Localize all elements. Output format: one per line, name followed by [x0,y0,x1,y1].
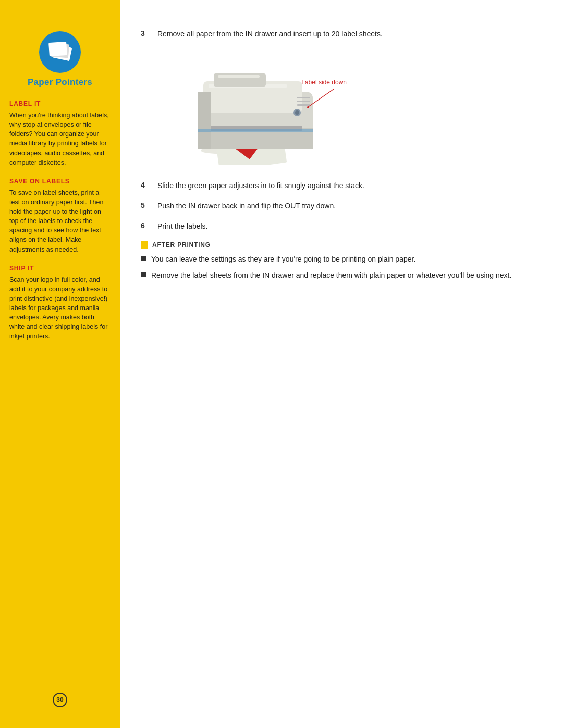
sidebar-section-label-it: Label it When you're thinking about labe… [9,100,111,167]
bullet-square-2 [141,272,146,277]
svg-rect-2 [48,42,67,56]
svg-rect-11 [297,97,310,98]
svg-rect-14 [198,92,211,149]
printer-illustration: Label side down [156,50,349,165]
svg-rect-15 [198,129,313,132]
bullet-text-2: Remove the label sheets from the IN draw… [151,270,511,281]
svg-point-17 [295,110,299,115]
step-6-row: 6 Print the labels. [141,221,537,232]
svg-point-21 [307,106,309,108]
step-4-number: 4 [141,180,152,189]
bullet-item-1: You can leave the settings as they are i… [141,254,537,265]
step-5-number: 5 [141,201,152,209]
section-title-save-on-labels: Save on labels [9,178,111,185]
step-4-text: Slide the green paper adjusters in to fi… [157,180,537,191]
bullet-item-2: Remove the label sheets from the IN draw… [141,270,537,281]
svg-rect-19 [218,75,260,78]
step-6-number: 6 [141,221,152,230]
main-content: 3 Remove all paper from the IN drawer an… [120,0,563,728]
after-printing-header: After Printing [141,241,537,249]
step-5-row: 5 Push the IN drawer back in and flip th… [141,201,537,212]
section-body-save-on-labels: To save on label sheets, print a test on… [9,188,111,254]
after-printing-icon [141,241,148,249]
after-printing-title: After Printing [152,241,211,249]
after-printing-bullets: You can leave the settings as they are i… [141,254,537,281]
step-3-text: Remove all paper from the IN drawer and … [157,29,537,40]
section-title-ship-it: Ship it [9,265,111,272]
logo-icon [45,39,75,66]
sidebar: Paper Pointers Label it When you're thin… [0,0,120,728]
step-4-row: 4 Slide the green paper adjusters in to … [141,180,537,191]
step-3-row: 3 Remove all paper from the IN drawer an… [141,29,537,40]
section-body-label-it: When you're thinking about labels, why s… [9,110,111,167]
logo-area: Paper Pointers [28,31,92,88]
bullet-text-1: You can leave the settings as they are i… [151,254,415,265]
step-5-text: Push the IN drawer back in and flip the … [157,201,537,212]
section-title-label-it: Label it [9,100,111,107]
page-number: 30 [53,693,67,707]
printer-svg [156,50,349,165]
after-printing-section: After Printing You can leave the setting… [141,241,537,281]
logo-title: Paper Pointers [28,77,92,88]
label-callout-text: Label side down [301,79,347,86]
sidebar-section-save-on-labels: Save on labels To save on label sheets, … [9,178,111,254]
svg-rect-13 [297,104,310,106]
bullet-square-1 [141,256,146,261]
sidebar-section-ship-it: Ship it Scan your logo in full color, an… [9,265,111,341]
svg-rect-12 [297,101,310,102]
logo-circle [39,31,81,73]
section-body-ship-it: Scan your logo in full color, and add it… [9,275,111,341]
step-3-number: 3 [141,29,152,38]
step-6-text: Print the labels. [157,221,537,232]
